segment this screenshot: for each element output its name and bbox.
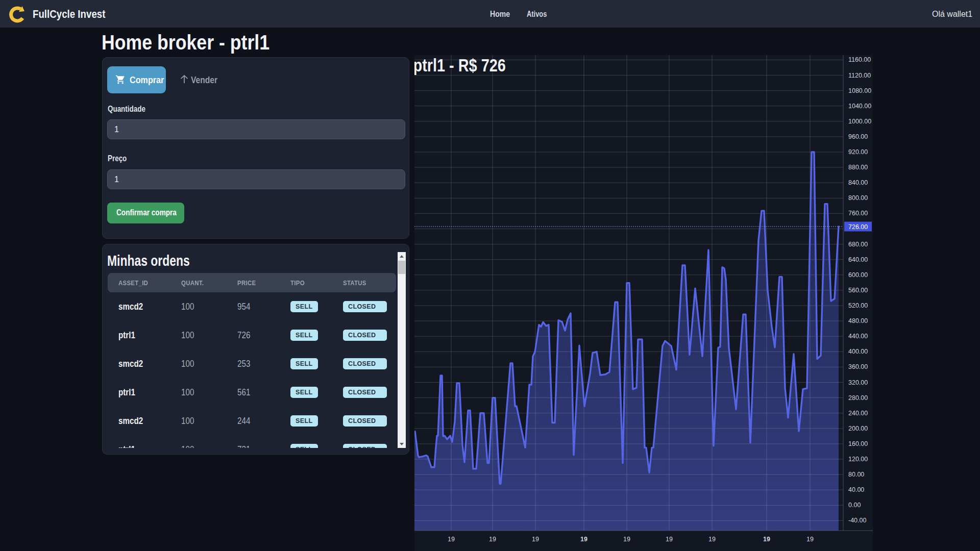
svg-text:640.00: 640.00 xyxy=(848,256,868,263)
svg-text:-40.00: -40.00 xyxy=(848,517,866,524)
svg-text:800.00: 800.00 xyxy=(848,194,868,202)
svg-text:19: 19 xyxy=(448,536,455,543)
svg-text:19: 19 xyxy=(623,536,630,543)
svg-text:760.00: 760.00 xyxy=(848,210,868,217)
svg-text:160.00: 160.00 xyxy=(848,440,868,447)
svg-text:520.00: 520.00 xyxy=(848,302,868,309)
svg-text:360.00: 360.00 xyxy=(848,363,868,370)
svg-text:480.00: 480.00 xyxy=(848,317,868,324)
svg-text:1000.00: 1000.00 xyxy=(848,118,871,125)
svg-text:880.00: 880.00 xyxy=(848,164,868,171)
svg-text:1040.00: 1040.00 xyxy=(848,103,871,110)
svg-text:ptrl1 - R$ 726: ptrl1 - R$ 726 xyxy=(414,56,506,76)
svg-text:440.00: 440.00 xyxy=(848,333,868,340)
svg-text:0.00: 0.00 xyxy=(848,502,861,509)
svg-text:40.00: 40.00 xyxy=(848,486,864,493)
svg-text:120.00: 120.00 xyxy=(848,456,868,463)
svg-text:240.00: 240.00 xyxy=(848,410,868,417)
svg-text:840.00: 840.00 xyxy=(848,179,868,186)
svg-text:19: 19 xyxy=(489,536,496,543)
svg-text:920.00: 920.00 xyxy=(848,148,868,156)
svg-text:726.00: 726.00 xyxy=(848,223,868,231)
svg-text:19: 19 xyxy=(532,536,539,543)
svg-text:19: 19 xyxy=(666,536,673,543)
svg-text:1160.00: 1160.00 xyxy=(848,56,871,63)
svg-text:19: 19 xyxy=(763,536,770,543)
svg-text:19: 19 xyxy=(806,536,814,543)
svg-text:280.00: 280.00 xyxy=(848,394,868,402)
svg-text:320.00: 320.00 xyxy=(848,379,868,386)
svg-text:560.00: 560.00 xyxy=(848,287,868,294)
svg-text:200.00: 200.00 xyxy=(848,425,868,432)
svg-text:400.00: 400.00 xyxy=(848,348,868,355)
svg-text:960.00: 960.00 xyxy=(848,133,868,140)
svg-text:680.00: 680.00 xyxy=(848,241,868,248)
svg-text:600.00: 600.00 xyxy=(848,271,868,279)
svg-text:19: 19 xyxy=(708,536,716,543)
svg-text:19: 19 xyxy=(580,536,587,543)
svg-text:1120.00: 1120.00 xyxy=(848,72,871,79)
svg-text:1080.00: 1080.00 xyxy=(848,87,871,94)
svg-text:80.00: 80.00 xyxy=(848,471,864,478)
